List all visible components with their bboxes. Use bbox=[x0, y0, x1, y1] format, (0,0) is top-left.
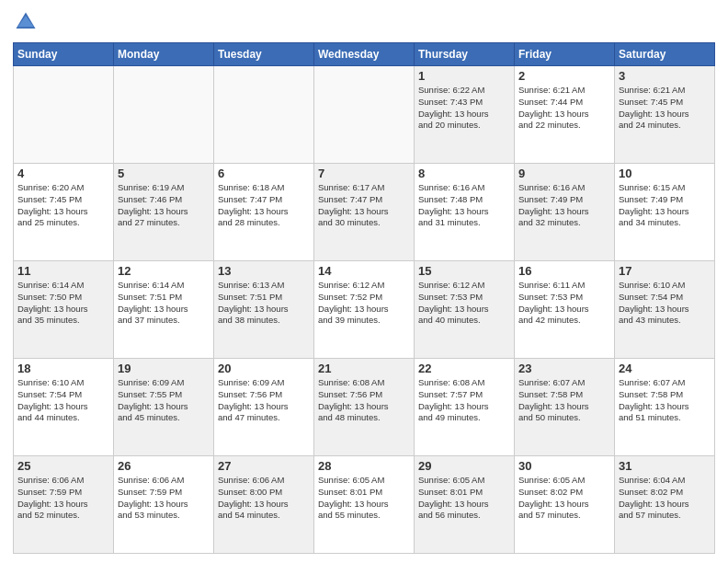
cell-content: Sunrise: 6:12 AM Sunset: 7:53 PM Dayligh… bbox=[418, 280, 510, 327]
cell-content: Sunrise: 6:04 AM Sunset: 8:02 PM Dayligh… bbox=[619, 475, 711, 522]
weekday-header-tuesday: Tuesday bbox=[214, 43, 314, 66]
logo bbox=[13, 9, 42, 35]
cell-content: Sunrise: 6:21 AM Sunset: 7:45 PM Dayligh… bbox=[619, 85, 711, 132]
calendar-cell: 11Sunrise: 6:14 AM Sunset: 7:50 PM Dayli… bbox=[14, 261, 114, 359]
calendar-cell: 27Sunrise: 6:06 AM Sunset: 8:00 PM Dayli… bbox=[214, 456, 314, 554]
cell-content: Sunrise: 6:18 AM Sunset: 7:47 PM Dayligh… bbox=[218, 182, 310, 229]
calendar-cell: 19Sunrise: 6:09 AM Sunset: 7:55 PM Dayli… bbox=[114, 359, 214, 456]
calendar-cell: 4Sunrise: 6:20 AM Sunset: 7:45 PM Daylig… bbox=[14, 164, 114, 261]
cell-content: Sunrise: 6:19 AM Sunset: 7:46 PM Dayligh… bbox=[118, 182, 210, 229]
calendar-cell: 1Sunrise: 6:22 AM Sunset: 7:43 PM Daylig… bbox=[415, 66, 515, 164]
cell-content: Sunrise: 6:17 AM Sunset: 7:47 PM Dayligh… bbox=[318, 182, 410, 229]
calendar-cell: 30Sunrise: 6:05 AM Sunset: 8:02 PM Dayli… bbox=[515, 456, 615, 554]
svg-marker-1 bbox=[17, 16, 34, 27]
day-number: 23 bbox=[518, 362, 610, 375]
weekday-header-row: SundayMondayTuesdayWednesdayThursdayFrid… bbox=[14, 43, 715, 66]
cell-content: Sunrise: 6:08 AM Sunset: 7:57 PM Dayligh… bbox=[418, 377, 510, 424]
day-number: 13 bbox=[218, 264, 310, 278]
weekday-header-thursday: Thursday bbox=[415, 43, 515, 66]
page: SundayMondayTuesdayWednesdayThursdayFrid… bbox=[0, 0, 728, 563]
day-number: 22 bbox=[418, 362, 510, 375]
cell-content: Sunrise: 6:14 AM Sunset: 7:50 PM Dayligh… bbox=[17, 280, 109, 327]
day-number: 28 bbox=[318, 459, 410, 473]
cell-content: Sunrise: 6:10 AM Sunset: 7:54 PM Dayligh… bbox=[17, 377, 109, 424]
calendar-cell: 23Sunrise: 6:07 AM Sunset: 7:58 PM Dayli… bbox=[515, 359, 615, 456]
day-number: 5 bbox=[118, 167, 210, 180]
calendar-cell: 20Sunrise: 6:09 AM Sunset: 7:56 PM Dayli… bbox=[214, 359, 314, 456]
calendar-cell: 31Sunrise: 6:04 AM Sunset: 8:02 PM Dayli… bbox=[615, 456, 715, 554]
calendar-cell: 5Sunrise: 6:19 AM Sunset: 7:46 PM Daylig… bbox=[114, 164, 214, 261]
cell-content: Sunrise: 6:06 AM Sunset: 8:00 PM Dayligh… bbox=[218, 475, 310, 522]
calendar-cell: 13Sunrise: 6:13 AM Sunset: 7:51 PM Dayli… bbox=[214, 261, 314, 359]
calendar-cell: 3Sunrise: 6:21 AM Sunset: 7:45 PM Daylig… bbox=[615, 66, 715, 164]
day-number: 24 bbox=[619, 362, 711, 375]
day-number: 11 bbox=[17, 264, 109, 278]
cell-content: Sunrise: 6:05 AM Sunset: 8:01 PM Dayligh… bbox=[418, 475, 510, 522]
day-number: 16 bbox=[518, 264, 610, 278]
day-number: 1 bbox=[418, 69, 510, 83]
calendar-cell: 6Sunrise: 6:18 AM Sunset: 7:47 PM Daylig… bbox=[214, 164, 314, 261]
header bbox=[13, 9, 715, 35]
cell-content: Sunrise: 6:07 AM Sunset: 7:58 PM Dayligh… bbox=[619, 377, 711, 424]
calendar-cell: 12Sunrise: 6:14 AM Sunset: 7:51 PM Dayli… bbox=[114, 261, 214, 359]
cell-content: Sunrise: 6:07 AM Sunset: 7:58 PM Dayligh… bbox=[518, 377, 610, 424]
day-number: 27 bbox=[218, 459, 310, 473]
calendar-cell: 22Sunrise: 6:08 AM Sunset: 7:57 PM Dayli… bbox=[415, 359, 515, 456]
day-number: 18 bbox=[17, 362, 109, 375]
cell-content: Sunrise: 6:06 AM Sunset: 7:59 PM Dayligh… bbox=[118, 475, 210, 522]
calendar-cell bbox=[214, 66, 314, 164]
calendar-cell bbox=[314, 66, 415, 164]
calendar-cell: 16Sunrise: 6:11 AM Sunset: 7:53 PM Dayli… bbox=[515, 261, 615, 359]
cell-content: Sunrise: 6:13 AM Sunset: 7:51 PM Dayligh… bbox=[218, 280, 310, 327]
day-number: 21 bbox=[318, 362, 410, 375]
day-number: 14 bbox=[318, 264, 410, 278]
cell-content: Sunrise: 6:15 AM Sunset: 7:49 PM Dayligh… bbox=[619, 182, 711, 229]
calendar-cell: 28Sunrise: 6:05 AM Sunset: 8:01 PM Dayli… bbox=[314, 456, 415, 554]
day-number: 19 bbox=[118, 362, 210, 375]
day-number: 9 bbox=[518, 167, 610, 180]
weekday-header-sunday: Sunday bbox=[14, 43, 114, 66]
calendar-cell bbox=[14, 66, 114, 164]
cell-content: Sunrise: 6:21 AM Sunset: 7:44 PM Dayligh… bbox=[518, 85, 610, 132]
cell-content: Sunrise: 6:12 AM Sunset: 7:52 PM Dayligh… bbox=[318, 280, 410, 327]
calendar-cell: 29Sunrise: 6:05 AM Sunset: 8:01 PM Dayli… bbox=[415, 456, 515, 554]
cell-content: Sunrise: 6:11 AM Sunset: 7:53 PM Dayligh… bbox=[518, 280, 610, 327]
calendar-cell: 14Sunrise: 6:12 AM Sunset: 7:52 PM Dayli… bbox=[314, 261, 415, 359]
day-number: 7 bbox=[318, 167, 410, 180]
calendar-cell: 2Sunrise: 6:21 AM Sunset: 7:44 PM Daylig… bbox=[515, 66, 615, 164]
cell-content: Sunrise: 6:09 AM Sunset: 7:56 PM Dayligh… bbox=[218, 377, 310, 424]
calendar-cell: 25Sunrise: 6:06 AM Sunset: 7:59 PM Dayli… bbox=[14, 456, 114, 554]
calendar-cell: 7Sunrise: 6:17 AM Sunset: 7:47 PM Daylig… bbox=[314, 164, 415, 261]
weekday-header-friday: Friday bbox=[515, 43, 615, 66]
day-number: 25 bbox=[17, 459, 109, 473]
calendar-cell: 9Sunrise: 6:16 AM Sunset: 7:49 PM Daylig… bbox=[515, 164, 615, 261]
cell-content: Sunrise: 6:22 AM Sunset: 7:43 PM Dayligh… bbox=[418, 85, 510, 132]
cell-content: Sunrise: 6:06 AM Sunset: 7:59 PM Dayligh… bbox=[17, 475, 109, 522]
day-number: 6 bbox=[218, 167, 310, 180]
day-number: 20 bbox=[218, 362, 310, 375]
calendar-cell: 21Sunrise: 6:08 AM Sunset: 7:56 PM Dayli… bbox=[314, 359, 415, 456]
day-number: 3 bbox=[619, 69, 711, 83]
day-number: 8 bbox=[418, 167, 510, 180]
weekday-header-wednesday: Wednesday bbox=[314, 43, 415, 66]
cell-content: Sunrise: 6:05 AM Sunset: 8:01 PM Dayligh… bbox=[318, 475, 410, 522]
cell-content: Sunrise: 6:10 AM Sunset: 7:54 PM Dayligh… bbox=[619, 280, 711, 327]
weekday-header-saturday: Saturday bbox=[615, 43, 715, 66]
day-number: 2 bbox=[518, 69, 610, 83]
calendar-cell: 15Sunrise: 6:12 AM Sunset: 7:53 PM Dayli… bbox=[415, 261, 515, 359]
calendar-week-3: 11Sunrise: 6:14 AM Sunset: 7:50 PM Dayli… bbox=[14, 261, 715, 359]
logo-icon bbox=[13, 9, 39, 35]
cell-content: Sunrise: 6:16 AM Sunset: 7:48 PM Dayligh… bbox=[418, 182, 510, 229]
calendar-week-4: 18Sunrise: 6:10 AM Sunset: 7:54 PM Dayli… bbox=[14, 359, 715, 456]
calendar-cell: 10Sunrise: 6:15 AM Sunset: 7:49 PM Dayli… bbox=[615, 164, 715, 261]
calendar-week-1: 1Sunrise: 6:22 AM Sunset: 7:43 PM Daylig… bbox=[14, 66, 715, 164]
day-number: 4 bbox=[17, 167, 109, 180]
day-number: 15 bbox=[418, 264, 510, 278]
weekday-header-monday: Monday bbox=[114, 43, 214, 66]
day-number: 29 bbox=[418, 459, 510, 473]
calendar-cell: 18Sunrise: 6:10 AM Sunset: 7:54 PM Dayli… bbox=[14, 359, 114, 456]
calendar-week-2: 4Sunrise: 6:20 AM Sunset: 7:45 PM Daylig… bbox=[14, 164, 715, 261]
day-number: 31 bbox=[619, 459, 711, 473]
cell-content: Sunrise: 6:14 AM Sunset: 7:51 PM Dayligh… bbox=[118, 280, 210, 327]
calendar-week-5: 25Sunrise: 6:06 AM Sunset: 7:59 PM Dayli… bbox=[14, 456, 715, 554]
